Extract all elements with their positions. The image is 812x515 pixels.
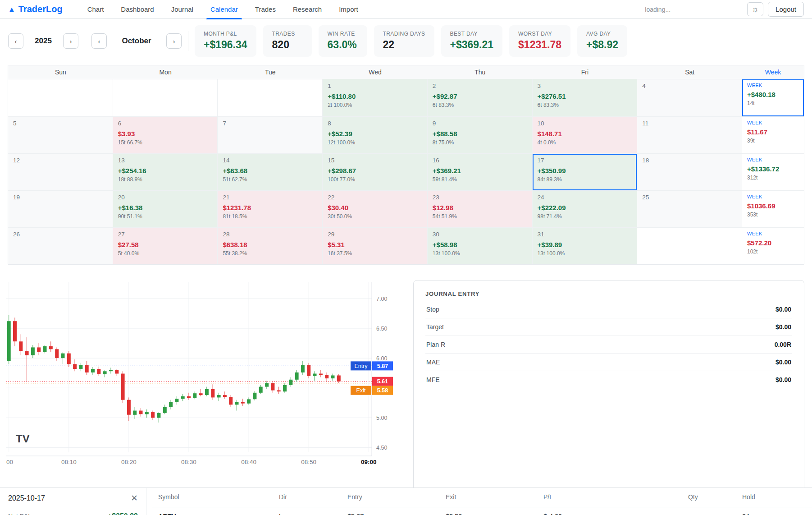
col-pl: P/L <box>543 493 688 501</box>
week-tag: WEEK <box>747 157 799 162</box>
calendar-day-16[interactable]: 16+$369.2159t 81.4% <box>428 153 533 190</box>
calendar-day-27[interactable]: 27$27.585t 40.0% <box>113 227 218 264</box>
trade-row[interactable]: ARTVL$5.87$5.58$-4.20—24m <box>152 507 812 515</box>
day-number: 21 <box>223 194 317 201</box>
col-dir: Dir <box>279 493 347 501</box>
trades-table-body: ARTVL$5.87$5.58$-4.20—24m <box>152 507 812 515</box>
nav-item-trades[interactable]: Trades <box>246 0 284 19</box>
calendar-day-24[interactable]: 24+$222.0998t 71.4% <box>533 190 638 227</box>
candle-body <box>127 400 131 415</box>
week-pnl: +$480.18 <box>747 91 799 98</box>
week-summary-3[interactable]: WEEK+$1336.72312t <box>742 153 804 190</box>
calendar-day-15[interactable]: 15+$298.67100t 77.0% <box>323 153 428 190</box>
day-pnl: +$88.58 <box>433 130 527 138</box>
calendar-day-12[interactable]: 12 <box>8 153 113 190</box>
nav-item-import[interactable]: Import <box>330 0 367 19</box>
calendar-day-19[interactable]: 19 <box>8 190 113 227</box>
year-selector: ‹ 2025 › <box>8 33 78 49</box>
week-tag: WEEK <box>747 120 799 125</box>
week-tag: WEEK <box>747 194 799 199</box>
day-pnl: +$52.39 <box>328 130 422 138</box>
calendar-day-2[interactable]: 2+$92.876t 83.3% <box>428 79 533 116</box>
calendar-day-5[interactable]: 5 <box>8 116 113 153</box>
calendar-day-29[interactable]: 29$5.3116t 37.5% <box>323 227 428 264</box>
trade-cell-dir: L <box>279 513 347 515</box>
calendar-week-row: 1920+$16.3890t 51.1%21$1231.7881t 18.5%2… <box>8 190 804 227</box>
day-pnl: +$369.21 <box>433 167 527 175</box>
candle-body <box>7 321 11 361</box>
trade-cell-pl: $-4.20 <box>543 513 688 515</box>
nav-item-research[interactable]: Research <box>284 0 330 19</box>
calendar-day-30[interactable]: 30+$58.9813t 100.0% <box>428 227 533 264</box>
candle-body <box>319 374 323 375</box>
week-summary-1[interactable]: WEEK+$480.1814t <box>742 79 804 116</box>
stat-label: AVG DAY <box>586 31 618 37</box>
calendar-day-4[interactable]: 4 <box>637 79 742 116</box>
trade-cell-entry: $5.87 <box>347 513 446 515</box>
day-pnl: +$298.67 <box>328 167 422 175</box>
nav-item-dashboard[interactable]: Dashboard <box>112 0 162 19</box>
calendar-day-3[interactable]: 3+$276.516t 83.3% <box>533 79 638 116</box>
x-axis-tick: 08:50 <box>301 459 316 465</box>
candlestick-chart-canvas[interactable]: :0008:1008:2008:3008:4008:5009:007.006.5… <box>6 280 397 472</box>
calendar-day-23[interactable]: 23$12.9854t 51.9% <box>428 190 533 227</box>
week-pnl: $11.67 <box>747 128 799 136</box>
prev-month-button[interactable]: ‹ <box>91 33 107 49</box>
price-chart[interactable]: :0008:1008:2008:3008:4008:5009:007.006.5… <box>6 280 397 510</box>
nav-item-journal[interactable]: Journal <box>163 0 202 19</box>
calendar-day-11[interactable]: 11 <box>637 116 742 153</box>
calendar-day-17[interactable]: 17+$350.9984t 89.3% <box>533 153 638 190</box>
next-month-button[interactable]: › <box>166 33 182 49</box>
day-number: 13 <box>118 157 213 164</box>
week-tag: WEEK <box>747 231 799 236</box>
week-summary-2[interactable]: WEEK$11.6739t <box>742 116 804 153</box>
week-pnl: $1036.69 <box>747 202 799 210</box>
nav-item-chart[interactable]: Chart <box>79 0 113 19</box>
nav-item-calendar[interactable]: Calendar <box>202 0 246 19</box>
close-detail-button[interactable]: ✕ <box>131 494 138 502</box>
trade-cell-symbol: ARTV <box>158 513 279 515</box>
day-trades-winrate: 30t 50.0% <box>328 213 422 220</box>
app-logo[interactable]: ▲ TraderLog <box>8 4 63 14</box>
candle-body <box>229 397 233 405</box>
calendar-day-9[interactable]: 9+$88.588t 75.0% <box>428 116 533 153</box>
candle-body <box>313 374 317 376</box>
next-year-button[interactable]: › <box>63 33 78 49</box>
calendar-header-wed: Wed <box>323 65 428 79</box>
journal-row-label: Plan R <box>426 341 445 348</box>
journal-rows: Stop$0.00Target$0.00Plan R0.00RMAE$0.00M… <box>425 301 792 388</box>
journal-row-label: MAE <box>426 359 440 366</box>
logout-button[interactable]: Logout <box>768 2 804 17</box>
day-number: 4 <box>642 83 737 89</box>
calendar-day-31[interactable]: 31+$39.8913t 100.0% <box>533 227 638 264</box>
calendar-day-13[interactable]: 13+$254.1618t 88.9% <box>113 153 218 190</box>
calendar-day-10[interactable]: 10$148.714t 0.0% <box>533 116 638 153</box>
stats-toolbar: ‹ 2025 › ‹ October › MONTH P&L+$196.34TR… <box>0 19 812 62</box>
calendar-day-25[interactable]: 25 <box>637 190 742 227</box>
calendar-day-6[interactable]: 6$3.9315t 66.7% <box>113 116 218 153</box>
calendar-week-row: 2627$27.585t 40.0%28$638.1855t 38.2%29$5… <box>8 227 804 264</box>
month-calendar: SunMonTueWedThuFriSatWeek 1+$110.802t 10… <box>8 65 804 265</box>
theme-toggle-button[interactable]: ☼ <box>747 2 763 16</box>
day-number: 6 <box>118 120 213 127</box>
calendar-day-14[interactable]: 14+$63.6851t 62.7% <box>218 153 323 190</box>
calendar-day-7[interactable]: 7 <box>218 116 323 153</box>
calendar-day-20[interactable]: 20+$16.3890t 51.1% <box>113 190 218 227</box>
calendar-day-26[interactable]: 26 <box>8 227 113 264</box>
stat-label: BEST DAY <box>450 31 494 37</box>
week-summary-4[interactable]: WEEK$1036.69353t <box>742 190 804 227</box>
prev-year-button[interactable]: ‹ <box>8 33 23 49</box>
calendar-day-28[interactable]: 28$638.1855t 38.2% <box>218 227 323 264</box>
candle-body <box>31 347 35 355</box>
app-title: TraderLog <box>18 4 63 14</box>
day-number: 29 <box>328 231 422 238</box>
stat-label: TRADING DAYS <box>383 31 425 37</box>
day-number: 2 <box>433 83 527 89</box>
calendar-day-18[interactable]: 18 <box>637 153 742 190</box>
calendar-day-22[interactable]: 22$30.4030t 50.0% <box>323 190 428 227</box>
calendar-day-8[interactable]: 8+$52.3912t 100.0% <box>323 116 428 153</box>
week-summary-5[interactable]: WEEK$572.20102t <box>742 227 804 264</box>
calendar-day-1[interactable]: 1+$110.802t 100.0% <box>323 79 428 116</box>
day-number: 18 <box>642 157 737 164</box>
calendar-day-21[interactable]: 21$1231.7881t 18.5% <box>218 190 323 227</box>
